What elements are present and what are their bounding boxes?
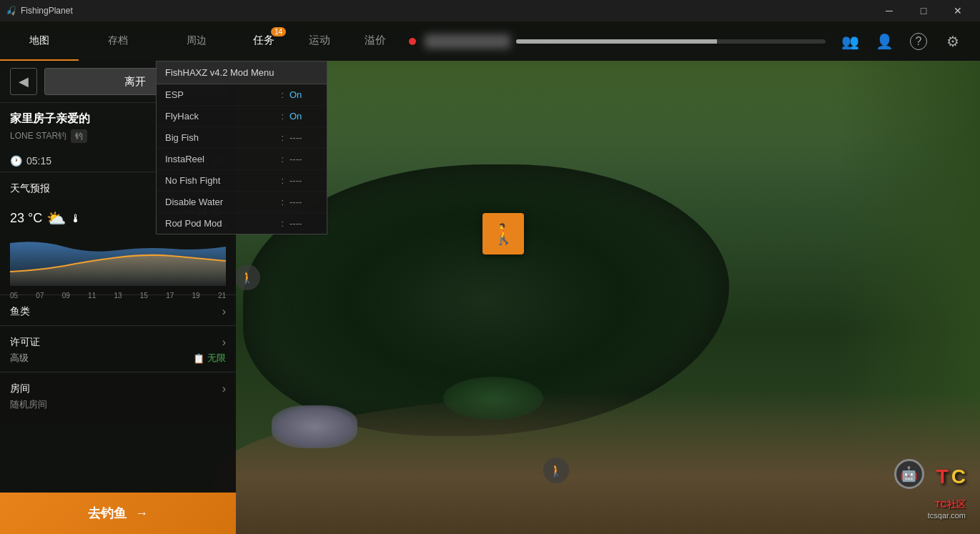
watermark-url: tcsqar.com — [928, 511, 966, 520]
group-button[interactable]: 👥 — [834, 26, 866, 57]
marker-icon-1: 🚶 — [240, 271, 254, 285]
username-bar — [416, 21, 834, 61]
room-title: 房间 — [10, 382, 30, 395]
go-fish-arrow-icon: → — [135, 506, 148, 521]
time-display: 🕐 05:15 — [10, 154, 51, 167]
settings-icon: ⚙ — [946, 33, 959, 50]
room-arrow-icon: › — [222, 382, 226, 395]
app-title: FishingPlanet — [21, 6, 73, 16]
thermometer-icon: 🌡 — [70, 212, 81, 225]
mod-menu-item[interactable]: Disable Water : ---- — [157, 192, 327, 213]
room-content: 随机房间 — [0, 398, 236, 418]
top-navigation: 地图 存档 周边 任务 14 运动 溢价 — [0, 21, 980, 61]
back-icon: ◀ — [19, 74, 29, 89]
mod-item-value: ---- — [289, 218, 318, 229]
license-section-header[interactable]: 许可证 › — [0, 325, 236, 352]
temp-current-value: 23 °C — [10, 211, 42, 226]
settings-button[interactable]: ⚙ — [937, 26, 969, 57]
mod-menu-item[interactable]: FlyHack : On — [157, 106, 327, 127]
watermark-text: TC社区 — [935, 498, 966, 511]
help-icon: ? — [910, 33, 927, 50]
go-fish-label: 去钓鱼 — [88, 505, 127, 522]
tab-save[interactable]: 存档 — [79, 21, 157, 61]
game-area: 🚶 🚶 🚶 地图 存档 周边 任务 — [0, 21, 980, 534]
mod-item-value: ---- — [289, 132, 318, 143]
mod-item-name: InstaReel — [165, 154, 275, 164]
player-marker-1: 🚶 — [234, 264, 260, 290]
fish-title: 鱼类 — [10, 305, 30, 318]
marker-icon-2: 🚶 — [549, 464, 563, 478]
mod-menu-items: ESP : On FlyHack : On Big Fish : ---- In… — [157, 84, 327, 234]
clock-icon: 🕐 — [10, 155, 22, 167]
weather-chart-svg — [10, 236, 226, 286]
mod-item-colon: : — [281, 111, 284, 122]
tab-missions[interactable]: 任务 14 — [236, 21, 292, 61]
notification-dot — [409, 38, 416, 45]
license-level: 高级 — [10, 352, 29, 365]
rocks — [272, 405, 357, 448]
profile-icon: 👤 — [876, 33, 894, 50]
weather-title: 天气预报 — [10, 182, 50, 195]
mod-item-colon: : — [281, 132, 284, 143]
time-value: 05:15 — [26, 155, 51, 167]
player-marker-main: 🚶 — [482, 213, 524, 254]
app-icon: 🎣 — [6, 6, 16, 16]
profile-button[interactable]: 👤 — [868, 26, 900, 57]
mod-item-colon: : — [281, 89, 284, 100]
titlebar-left: 🎣 FishingPlanet — [6, 6, 73, 16]
mod-menu-item[interactable]: Big Fish : ---- — [157, 127, 327, 149]
group-icon: 👥 — [841, 33, 859, 50]
watermark: 🤖 T C TC社区 tcsqar.com — [891, 455, 966, 520]
location-sub-text: LONE STAR钓 — [10, 130, 66, 142]
help-button[interactable]: ? — [903, 26, 934, 57]
license-status: 📋 无限 — [193, 352, 226, 365]
room-sub-text: 随机房间 — [10, 399, 47, 410]
back-button[interactable]: ◀ — [10, 68, 37, 95]
minimize-button[interactable]: ─ — [873, 0, 906, 21]
experience-fill — [516, 39, 717, 44]
weather-chart: 05 07 09 11 13 15 17 19 21 — [10, 236, 226, 286]
mod-menu: FishHAXZ v4.2 Mod Menu ESP : On FlyHack … — [156, 61, 327, 234]
fish-arrow-icon: › — [222, 305, 226, 318]
experience-bar — [516, 39, 826, 44]
weather-temp-current: 23 °C ⛅ 🌡 — [10, 209, 81, 228]
go-fish-button[interactable]: 去钓鱼 → — [0, 493, 236, 534]
mod-menu-item[interactable]: ESP : On — [157, 84, 327, 106]
mod-menu-title: FishHAXZ v4.2 Mod Menu — [157, 61, 327, 84]
tab-nearby[interactable]: 周边 — [157, 21, 236, 61]
license-content: 高级 📋 无限 — [0, 352, 236, 372]
close-button[interactable]: ✕ — [941, 0, 974, 21]
maximize-button[interactable]: □ — [907, 0, 940, 21]
license-status-text: 无限 — [207, 352, 226, 365]
nav-right-icons: 👥 👤 ? ⚙ — [834, 26, 980, 57]
nav-tabs: 地图 存档 周边 任务 14 运动 溢价 — [0, 21, 416, 61]
license-title: 许可证 — [10, 336, 40, 349]
player-marker-2: 🚶 — [543, 458, 569, 483]
mod-item-name: No Fish Fight — [165, 175, 275, 186]
weather-cloud-icon: ⛅ — [46, 209, 66, 228]
license-arrow-icon: › — [222, 336, 226, 349]
level-badge: 钓 — [71, 129, 87, 143]
mod-item-value: ---- — [289, 197, 318, 207]
tab-sport[interactable]: 运动 — [292, 21, 347, 61]
room-section-header[interactable]: 房间 › — [0, 372, 236, 398]
mod-item-colon: : — [281, 154, 284, 164]
mod-item-colon: : — [281, 197, 284, 207]
titlebar: 🎣 FishingPlanet ─ □ ✕ — [0, 0, 980, 21]
player-icon: 🚶 — [491, 222, 516, 246]
mod-item-name: Big Fish — [165, 132, 275, 143]
mod-item-name: Rod Pod Mod — [165, 218, 275, 229]
tab-map[interactable]: 地图 — [0, 21, 79, 61]
chart-labels: 05 07 09 11 13 15 17 19 21 — [10, 292, 226, 300]
mod-item-value: ---- — [289, 154, 318, 164]
titlebar-controls: ─ □ ✕ — [873, 0, 974, 21]
mod-menu-item[interactable]: No Fish Fight : ---- — [157, 170, 327, 192]
mod-item-colon: : — [281, 218, 284, 229]
mod-menu-item[interactable]: InstaReel : ---- — [157, 149, 327, 170]
tab-auction[interactable]: 溢价 — [347, 21, 403, 61]
license-row: 高级 📋 无限 — [10, 352, 226, 365]
mod-item-value: On — [289, 89, 318, 100]
mod-item-value: On — [289, 111, 318, 122]
missions-badge: 14 — [271, 27, 286, 36]
mod-menu-item[interactable]: Rod Pod Mod : ---- — [157, 213, 327, 234]
